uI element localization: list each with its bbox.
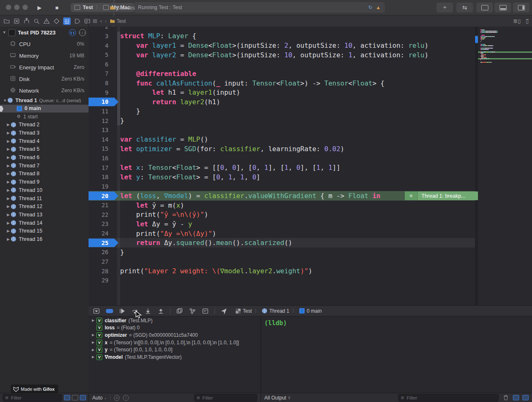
source-editor[interactable]: 23struct MLP: Layer {4 var layer1 = Dens… — [89, 27, 478, 305]
thread-row[interactable]: ▶Thread 12 — [0, 202, 89, 211]
library-button[interactable]: ＋ — [436, 2, 453, 12]
search-icon[interactable] — [33, 17, 40, 25]
line-number[interactable]: 15 — [89, 145, 108, 152]
thread-row[interactable]: ▶Thread 13 — [0, 211, 89, 219]
editor-with-debug-button[interactable] — [495, 2, 511, 12]
thread-row[interactable]: ▶Thread 6 — [0, 153, 89, 162]
line-number[interactable]: 6 — [89, 61, 108, 68]
process-row[interactable]: ▼ Test PID 78223 ❚❚ ❘❘❘ — [0, 27, 89, 38]
step-into-icon[interactable] — [144, 307, 152, 315]
code-review-button[interactable]: ⇆ — [456, 2, 473, 12]
variable-row[interactable]: ▶Vy= (Tensor) [0.0, 1.0, 1.0, 0.0] — [89, 346, 260, 353]
thread-row[interactable]: ▶Thread 16 — [0, 235, 89, 243]
clear-console-icon[interactable] — [502, 394, 510, 402]
editor-with-inspector-button[interactable] — [513, 2, 530, 12]
console-filter-input[interactable] — [406, 395, 496, 401]
breakpoints-toggle[interactable] — [106, 307, 113, 315]
breadcrumb-item[interactable]: Sources — [110, 5, 138, 11]
memory-graph-icon[interactable] — [189, 307, 196, 315]
line-number[interactable]: 29 — [89, 277, 108, 284]
line-number[interactable]: 26 — [89, 249, 108, 255]
line-number[interactable]: 14 — [89, 136, 108, 143]
symbols-icon[interactable] — [23, 17, 30, 25]
thread-row[interactable]: ▶Thread 9 — [0, 178, 89, 186]
console-view[interactable]: (lldb) — [261, 317, 532, 392]
variable-info-icon[interactable]: i — [123, 395, 129, 401]
simulate-location-icon[interactable] — [220, 307, 228, 315]
line-number[interactable]: 19 — [89, 183, 108, 190]
thread-row-1[interactable]: ▼Thread 1Queue: c...d (serial) — [0, 96, 89, 105]
issues-icon[interactable] — [43, 17, 50, 25]
thread-row[interactable]: ▶Thread 14 — [0, 219, 89, 227]
variable-row[interactable]: ▶Voptimizer= (SGD) 0x000000011c5a7400 — [89, 331, 260, 339]
back-chevron-icon[interactable]: ‹ — [100, 18, 102, 24]
line-number[interactable]: 12 — [89, 118, 108, 124]
show-threads-toggle[interactable] — [64, 395, 70, 400]
navigator-filter-field[interactable]: ⊚ — [2, 394, 62, 402]
run-button[interactable]: ▶ — [33, 2, 46, 13]
gauge-row-cpu[interactable]: CPU0% — [0, 38, 89, 50]
line-number[interactable]: 11 — [89, 108, 108, 115]
variable-row[interactable]: Vloss= (Float) 0 — [89, 324, 260, 332]
variables-scope-select[interactable]: Auto⌄ — [92, 395, 107, 401]
line-number[interactable]: 8 — [89, 80, 108, 86]
step-out-icon[interactable] — [157, 307, 165, 315]
thread-row[interactable]: ▶Thread 7 — [0, 162, 89, 170]
inspector-toggle-icon[interactable]: ▯⃗ — [526, 18, 529, 24]
close-window-button[interactable] — [6, 5, 11, 10]
hide-debug-area-icon[interactable] — [93, 307, 100, 315]
thread-row[interactable]: ▶Thread 3 — [0, 129, 89, 137]
line-number[interactable]: 7 — [89, 70, 108, 77]
line-number[interactable]: 13 — [89, 127, 108, 133]
variable-row[interactable]: ▶V∇model(Test.MLP.TangentVector) — [89, 353, 260, 361]
line-number[interactable]: 27 — [89, 258, 108, 265]
line-number[interactable]: 2 — [89, 27, 108, 30]
line-number[interactable]: 25 — [89, 240, 108, 246]
related-items-icon[interactable]: ⊞ — [93, 18, 97, 24]
thread-row[interactable]: ▶Thread 10 — [0, 186, 89, 194]
breakpoints-icon[interactable] — [74, 17, 81, 25]
stop-button[interactable]: ■ — [51, 2, 63, 13]
line-number[interactable]: 16 — [89, 155, 108, 162]
line-number[interactable]: 3 — [89, 33, 108, 39]
console-filter-field[interactable]: ⊚ — [398, 394, 499, 402]
line-number[interactable]: 23 — [89, 221, 108, 227]
view-debugger-icon[interactable] — [176, 307, 183, 315]
debug-jump-bar[interactable]: Test〉Thread 1〉👤0 main — [236, 307, 322, 314]
minimap-scroll-thumb[interactable] — [475, 36, 478, 43]
environment-overrides-icon[interactable] — [202, 307, 209, 315]
source-control-icon[interactable] — [13, 17, 20, 25]
zoom-window-button[interactable] — [22, 5, 28, 10]
variable-row[interactable]: ▶Vclassifier(Test.MLP) — [89, 317, 260, 324]
show-stack-frames-toggle[interactable] — [72, 395, 78, 400]
thread-row[interactable]: ▶Thread 8 — [0, 170, 89, 178]
editor-only-button[interactable] — [476, 2, 493, 12]
track-variable-icon[interactable]: ◎ — [114, 395, 120, 401]
gauge-row-disk[interactable]: DiskZero KB/s — [0, 73, 89, 85]
variables-filter-input[interactable] — [202, 395, 255, 401]
show-console-toggle[interactable] — [522, 395, 529, 400]
line-number[interactable]: 21 — [89, 202, 108, 208]
stack-frame-row[interactable]: 👤0 main — [0, 105, 89, 113]
line-number[interactable]: 20 — [89, 193, 108, 199]
line-number[interactable]: 28 — [89, 268, 108, 275]
navigator-filter-input[interactable] — [10, 395, 60, 401]
thread-row[interactable]: ▶Thread 4 — [0, 137, 89, 145]
profile-gauge-icon[interactable]: ❘❘❘ — [79, 29, 86, 36]
console-scope-select[interactable]: All Output⇕ — [264, 395, 291, 401]
line-number[interactable]: 22 — [89, 211, 108, 218]
debug-icon[interactable] — [63, 17, 71, 25]
minimize-window-button[interactable] — [14, 5, 20, 10]
gauge-row-network[interactable]: NetworkZero KB/s — [0, 85, 89, 96]
pause-process-icon[interactable]: ❚❚ — [69, 29, 76, 36]
forward-chevron-icon[interactable]: › — [105, 18, 106, 24]
variable-row[interactable]: ▶Vx= (Tensor) \n[[0.0, 0.0],\n [0.0, 1.0… — [89, 339, 260, 346]
line-number[interactable]: 18 — [89, 174, 108, 180]
show-variables-view-toggle[interactable] — [513, 395, 519, 400]
tests-icon[interactable] — [53, 17, 60, 25]
thread-row[interactable]: ▶Thread 2 — [0, 121, 89, 129]
line-number[interactable]: 17 — [89, 164, 108, 171]
thread-row[interactable]: ▶Thread 11 — [0, 194, 89, 203]
line-number[interactable]: 24 — [89, 230, 108, 237]
project-icon[interactable] — [3, 17, 10, 25]
